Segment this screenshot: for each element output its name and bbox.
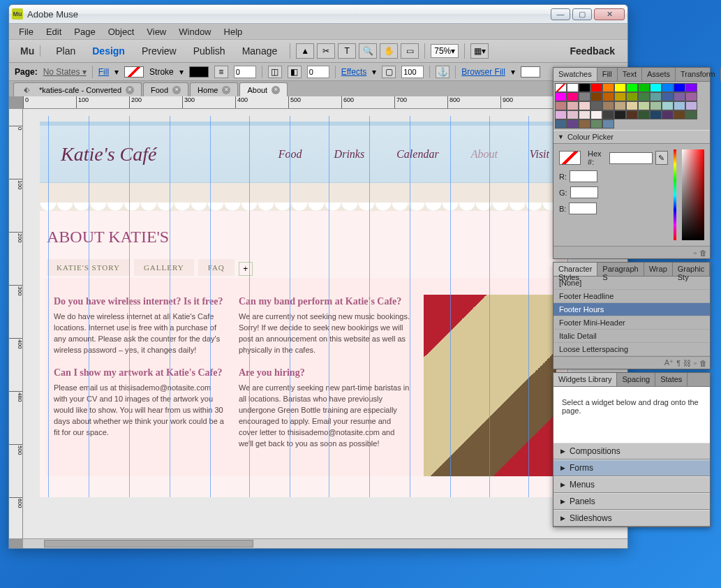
- color-swatch[interactable]: [555, 110, 567, 119]
- color-swatch[interactable]: [579, 92, 590, 101]
- eyedropper-icon[interactable]: ✎: [655, 151, 667, 165]
- corner-stepper[interactable]: ◧: [288, 66, 302, 78]
- color-swatch[interactable]: [674, 92, 685, 101]
- color-swatch[interactable]: [662, 92, 674, 101]
- site-header[interactable]: Katie's Café FoodDrinksCalendarAboutVisi…: [40, 122, 570, 183]
- color-swatch[interactable]: [662, 110, 674, 119]
- faq-image[interactable]: [424, 295, 556, 476]
- color-swatch[interactable]: [685, 110, 697, 119]
- zoom-tool-icon[interactable]: 🔍: [359, 43, 377, 59]
- page-body[interactable]: ABOUT KATIE'S KATIE'S STORYGALLERYFAQ+ D…: [40, 211, 570, 497]
- panel-tab[interactable]: States: [655, 373, 687, 386]
- close-tab-icon[interactable]: ×: [126, 86, 134, 94]
- color-swatch[interactable]: [650, 110, 662, 119]
- color-swatch[interactable]: [579, 110, 590, 119]
- text-tool-icon[interactable]: T: [338, 43, 356, 59]
- panel-tab[interactable]: Swatches: [553, 68, 597, 81]
- close-tab-icon[interactable]: ×: [172, 86, 181, 94]
- stroke-label[interactable]: Stroke: [149, 67, 174, 77]
- color-swatch[interactable]: [602, 119, 614, 128]
- panel-tab[interactable]: Wrap: [644, 263, 673, 276]
- browser-fill-link[interactable]: Browser Fill: [461, 67, 505, 77]
- color-swatch[interactable]: [638, 110, 650, 119]
- new-swatch-icon[interactable]: ▫: [694, 249, 697, 257]
- color-swatch[interactable]: [685, 92, 697, 101]
- widget-category[interactable]: ▶Slideshows: [553, 510, 710, 527]
- new-style-icon[interactable]: ▫: [694, 359, 697, 367]
- panel-tab[interactable]: Paragraph S: [597, 263, 644, 276]
- color-swatch[interactable]: [626, 101, 638, 110]
- widget-category[interactable]: ▶Compositions: [553, 443, 710, 460]
- color-swatch[interactable]: [590, 119, 602, 128]
- color-swatch[interactable]: [626, 92, 638, 101]
- doc-tab[interactable]: About×: [239, 82, 288, 96]
- zoom-select[interactable]: 75% ▾: [431, 44, 459, 58]
- close-tab-icon[interactable]: ×: [222, 86, 230, 94]
- color-swatch[interactable]: [567, 92, 579, 101]
- content-tab[interactable]: GALLERY: [134, 259, 194, 276]
- widget-category[interactable]: ▶Panels: [553, 493, 710, 510]
- crop-tool-icon[interactable]: ✂: [317, 43, 335, 59]
- stroke-weight-stepper[interactable]: ≡: [214, 66, 228, 78]
- color-swatch[interactable]: [614, 110, 626, 119]
- menu-edit[interactable]: Edit: [40, 25, 67, 38]
- content-tab[interactable]: FAQ: [198, 259, 235, 276]
- opacity-input[interactable]: [401, 66, 424, 78]
- r-input[interactable]: [570, 170, 597, 182]
- nav-item[interactable]: About: [471, 148, 498, 161]
- b-input[interactable]: [569, 203, 597, 214]
- character-styles-list[interactable]: [None]Footer HeadlineFooter HoursFooter …: [553, 277, 710, 356]
- horizontal-scrollbar[interactable]: [23, 538, 627, 548]
- color-swatch[interactable]: [614, 92, 626, 101]
- color-swatch[interactable]: [674, 101, 685, 110]
- corners-icon[interactable]: ◫: [268, 66, 282, 78]
- rectangle-tool-icon[interactable]: ▭: [401, 43, 419, 59]
- menu-help[interactable]: Help: [218, 25, 248, 38]
- fill-swatch[interactable]: [124, 66, 144, 78]
- color-swatch[interactable]: [662, 101, 674, 110]
- color-swatch[interactable]: [638, 92, 650, 101]
- effects-link[interactable]: Effects: [341, 67, 366, 77]
- panel-tab[interactable]: Spacing: [617, 373, 655, 386]
- panel-tab[interactable]: Text: [618, 68, 642, 81]
- hue-slider[interactable]: [674, 149, 676, 240]
- layout-tool-icon[interactable]: ▦▾: [470, 43, 489, 59]
- effects-swatch[interactable]: ▢: [382, 66, 396, 78]
- fill-link[interactable]: Fill: [98, 67, 109, 77]
- swatch-grid[interactable]: [553, 82, 710, 130]
- nav-item[interactable]: Visit: [530, 148, 549, 161]
- stroke-swatch[interactable]: [189, 66, 209, 78]
- browser-fill-swatch[interactable]: [521, 66, 540, 78]
- faq-col-2[interactable]: Can my band perform at Katie's Cafe?We a…: [239, 295, 410, 476]
- panel-tab[interactable]: Transform: [676, 68, 721, 81]
- close-button[interactable]: ✕: [594, 8, 625, 20]
- color-swatch[interactable]: [590, 92, 602, 101]
- color-swatch[interactable]: [579, 83, 590, 92]
- anchor-icon[interactable]: ⚓: [436, 66, 449, 78]
- color-swatch[interactable]: [685, 101, 697, 110]
- menu-file[interactable]: File: [13, 25, 39, 38]
- color-swatch[interactable]: [579, 119, 590, 128]
- maximize-button[interactable]: ▢: [572, 8, 592, 20]
- color-swatch[interactable]: [555, 101, 567, 110]
- mode-plan[interactable]: Plan: [49, 43, 82, 59]
- panel-tab[interactable]: Assets: [642, 68, 676, 81]
- g-input[interactable]: [570, 186, 598, 198]
- color-swatch[interactable]: [626, 110, 638, 119]
- color-swatch[interactable]: [590, 110, 602, 119]
- minimize-button[interactable]: —: [551, 8, 570, 20]
- page-heading[interactable]: ABOUT KATIE'S: [40, 225, 570, 259]
- none-swatch[interactable]: [555, 83, 567, 92]
- color-swatch[interactable]: [614, 83, 626, 92]
- color-swatch[interactable]: [626, 83, 638, 92]
- page-design[interactable]: Katie's Café FoodDrinksCalendarAboutVisi…: [40, 116, 570, 497]
- no-fill-swatch[interactable]: [559, 151, 581, 165]
- color-swatch[interactable]: [614, 101, 626, 110]
- color-swatch[interactable]: [662, 83, 674, 92]
- color-swatch[interactable]: [602, 92, 614, 101]
- widget-category[interactable]: ▶Forms: [553, 460, 710, 476]
- style-item[interactable]: Footer Headline: [553, 290, 710, 303]
- colour-picker-header[interactable]: ▼Colour Picker: [553, 130, 710, 144]
- corner-radius-input[interactable]: [307, 66, 329, 78]
- content-tab[interactable]: KATIE'S STORY: [47, 259, 130, 276]
